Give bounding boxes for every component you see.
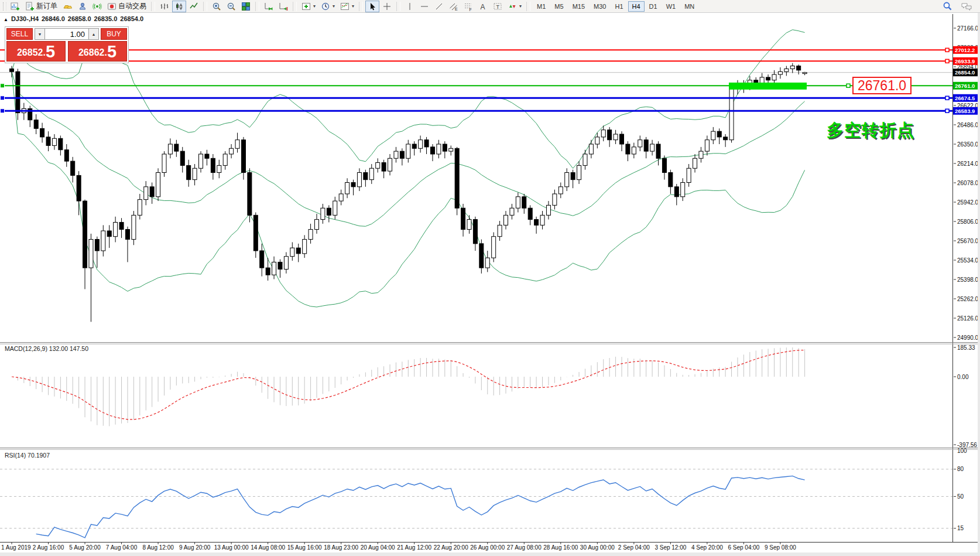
candle-body bbox=[528, 208, 532, 219]
trendline-tool-button[interactable] bbox=[432, 1, 446, 12]
profile-icon bbox=[78, 2, 87, 11]
chart-shift-button[interactable] bbox=[276, 1, 290, 12]
cursor-tool-button[interactable] bbox=[365, 1, 379, 12]
line-handle[interactable] bbox=[945, 48, 949, 52]
time-axis-label: 4 Sep 20:00 bbox=[691, 544, 723, 551]
timeframe-m5[interactable]: M5 bbox=[550, 1, 567, 12]
new-chart-button[interactable] bbox=[8, 1, 22, 12]
timeframe-m15[interactable]: M15 bbox=[568, 1, 589, 12]
candle-body bbox=[724, 137, 728, 140]
caret-icon: ▾ bbox=[333, 4, 335, 9]
crosshair-tool-button[interactable] bbox=[380, 1, 394, 12]
macd-axis-label: -397.56 bbox=[957, 442, 977, 448]
market-watch-button[interactable] bbox=[60, 1, 75, 12]
price-line-badge-text: 26583.9 bbox=[955, 108, 975, 114]
candle-body bbox=[419, 140, 423, 149]
candle-body bbox=[705, 140, 709, 151]
timeframe-m30[interactable]: M30 bbox=[590, 1, 610, 12]
horizontal-line-tool-button[interactable] bbox=[417, 1, 431, 12]
text-tool-button[interactable]: A bbox=[476, 1, 490, 12]
search-button[interactable] bbox=[940, 1, 955, 12]
sell-button[interactable]: SELL bbox=[6, 28, 33, 40]
candle-body bbox=[644, 140, 648, 151]
vertical-line-icon bbox=[405, 2, 414, 11]
rsi-axis-label: 15 bbox=[957, 525, 964, 531]
rsi-axis-label: 80 bbox=[957, 466, 964, 472]
fibonacci-tool-button[interactable]: F bbox=[461, 1, 475, 12]
vertical-line-tool-button[interactable] bbox=[403, 1, 417, 12]
line-handle[interactable] bbox=[945, 59, 949, 63]
separator bbox=[526, 2, 530, 11]
candle-body bbox=[449, 148, 453, 151]
buy-button[interactable]: BUY bbox=[101, 28, 127, 40]
candle-body bbox=[241, 140, 245, 173]
new-order-button[interactable]: 新订单 bbox=[23, 1, 60, 12]
templates-button[interactable]: ▾ bbox=[338, 1, 357, 12]
line-handle[interactable] bbox=[1, 84, 5, 88]
candle-body bbox=[46, 137, 50, 146]
collapse-icon[interactable]: ▲ bbox=[4, 17, 8, 22]
signals-button[interactable] bbox=[90, 1, 104, 12]
zoom-out-button[interactable] bbox=[224, 1, 238, 12]
tile-windows-button[interactable] bbox=[239, 1, 253, 12]
sell-price-button[interactable]: 26852.5 bbox=[6, 41, 66, 62]
timeframe-h1[interactable]: H1 bbox=[611, 1, 627, 12]
volume-value[interactable]: 1.00 bbox=[45, 28, 88, 40]
price-axis-label: 27166.0 bbox=[957, 25, 979, 32]
candle-body bbox=[235, 140, 239, 149]
timeframe-h4[interactable]: H4 bbox=[628, 1, 645, 12]
chat-button[interactable] bbox=[958, 1, 975, 12]
candle-body bbox=[711, 131, 715, 140]
volume-up-button[interactable]: ▲ bbox=[88, 28, 99, 40]
turning-point-label[interactable]: 多空转折点 bbox=[827, 119, 914, 142]
timeframe-mn[interactable]: MN bbox=[680, 1, 698, 12]
autotrade-button[interactable]: 自动交易 bbox=[105, 1, 149, 12]
auto-scroll-button[interactable] bbox=[262, 1, 276, 12]
candle-body bbox=[510, 208, 514, 215]
timeframe-w1[interactable]: W1 bbox=[662, 1, 680, 12]
chart-shift-icon bbox=[279, 2, 288, 11]
candle-body bbox=[565, 173, 569, 187]
equidistant-channel-tool-button[interactable]: E bbox=[447, 1, 461, 12]
candle-body bbox=[662, 158, 666, 172]
timeframe-d1[interactable]: D1 bbox=[645, 1, 662, 12]
timeframe-m1[interactable]: M1 bbox=[533, 1, 550, 12]
time-axis-label: 18 Aug 23:00 bbox=[324, 544, 358, 551]
bar-chart-button[interactable] bbox=[157, 1, 172, 12]
buy-price-button[interactable]: 26862.5 bbox=[68, 41, 127, 62]
macd-axis-label: 185.33 bbox=[957, 344, 975, 351]
rsi-label: RSI(14) 70.1907 bbox=[5, 452, 50, 459]
toolbar-grip[interactable] bbox=[3, 2, 6, 11]
volume-down-button[interactable]: ▼ bbox=[35, 28, 45, 40]
line-handle[interactable] bbox=[945, 109, 949, 112]
indicators-button[interactable]: ▾ bbox=[299, 1, 318, 12]
candle-body bbox=[211, 158, 215, 172]
line-handle[interactable] bbox=[1, 96, 5, 100]
highlight-rectangle-object[interactable] bbox=[729, 83, 807, 90]
line-handle[interactable] bbox=[1, 109, 5, 113]
candle-body bbox=[516, 197, 520, 208]
profile-button[interactable] bbox=[76, 1, 90, 12]
periods-button[interactable]: ▾ bbox=[318, 1, 337, 12]
price-note-label[interactable]: 26761.0 bbox=[852, 77, 912, 94]
candle-body bbox=[443, 144, 447, 151]
current-price-badge-text: 26854.0 bbox=[955, 69, 975, 76]
arrows-tool-button[interactable]: ▾ bbox=[505, 1, 524, 12]
candle-body bbox=[553, 194, 557, 205]
line-chart-button[interactable] bbox=[187, 1, 201, 12]
candle-body bbox=[272, 262, 276, 275]
candle-body bbox=[504, 215, 508, 225]
sell-price-frac: 5 bbox=[46, 44, 55, 59]
window-edge bbox=[978, 13, 980, 556]
chart-canvas[interactable]: 27166.027030.026894.026758.026622.026486… bbox=[0, 0, 980, 556]
text-label-tool-button[interactable]: T bbox=[491, 1, 505, 12]
candle-body bbox=[114, 222, 118, 236]
line-handle[interactable] bbox=[945, 96, 949, 100]
line-handle[interactable] bbox=[847, 84, 850, 87]
candle-body bbox=[437, 144, 441, 154]
candle-body bbox=[376, 163, 380, 169]
time-axis-label: 20 Aug 04:00 bbox=[361, 544, 395, 551]
candle-body bbox=[626, 144, 630, 154]
zoom-in-button[interactable] bbox=[210, 1, 224, 12]
candlestick-chart-button[interactable] bbox=[172, 1, 186, 12]
